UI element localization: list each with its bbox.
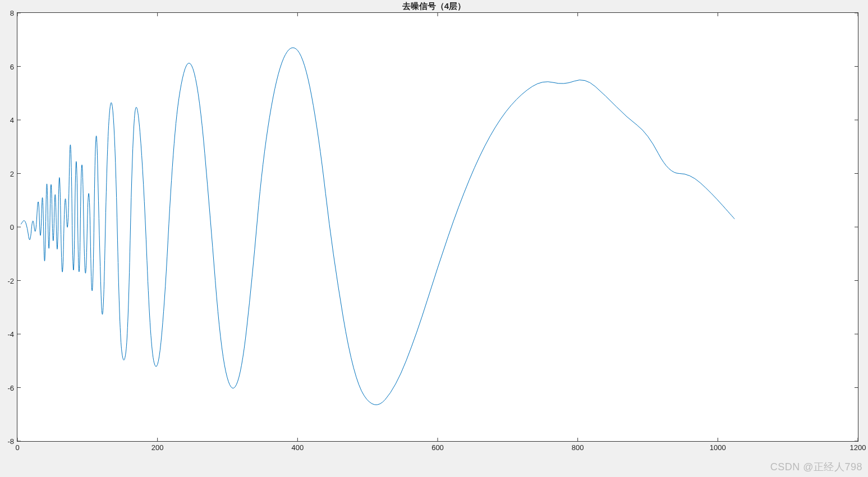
ytick-label: -4: [7, 330, 17, 339]
xtick-label: 400: [291, 441, 304, 452]
ytick-label: 2: [10, 169, 17, 178]
ytick-label: 8: [10, 9, 17, 17]
chart-axes[interactable]: 8 6 4 2 0 -2 -4 -6 -8 0 200 400 600 800 …: [17, 12, 858, 442]
chart-svg: [17, 13, 858, 441]
ytick-label: 6: [10, 62, 17, 71]
xtick-label: 600: [431, 441, 444, 452]
xtick-label: 1000: [710, 441, 726, 452]
xtick-label: 800: [572, 441, 584, 452]
xtick-label: 1200: [850, 441, 866, 452]
line-series: [21, 48, 734, 405]
ytick-label: -6: [7, 383, 17, 392]
xtick-label: 0: [15, 441, 19, 452]
ytick-label: 4: [10, 116, 17, 124]
ytick-label: 0: [10, 223, 17, 231]
ytick-label: -2: [7, 276, 17, 285]
xtick-label: 200: [151, 441, 164, 452]
watermark-text: CSDN @正经人798: [770, 460, 862, 474]
figure: 去噪信号（4层） 8 6 4 2 0 -2 -4 -6 -8 0 200 400…: [0, 0, 868, 477]
chart-title: 去噪信号（4层）: [0, 1, 868, 12]
